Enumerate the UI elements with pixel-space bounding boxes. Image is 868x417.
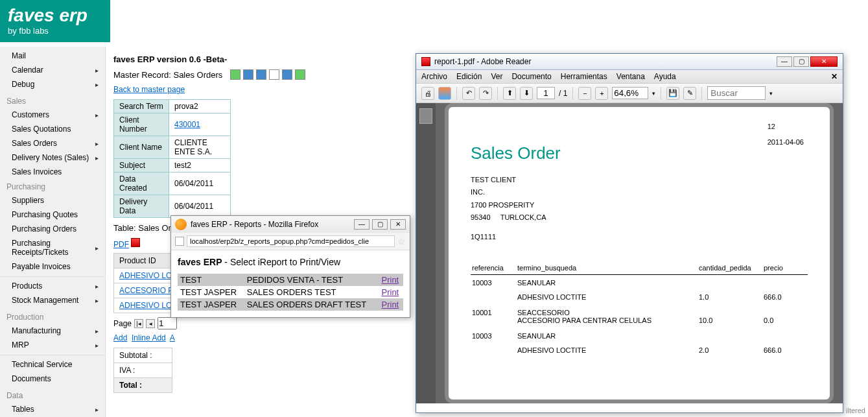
pager-first[interactable]: |◂ <box>134 319 143 328</box>
adobe-page-area[interactable]: 12 2011-04-06 Sales Order TEST CLIENT IN… <box>436 103 843 403</box>
pager-prev[interactable]: ◂ <box>146 319 155 328</box>
a-link[interactable]: A <box>170 333 175 342</box>
menu-manufacturing[interactable]: Manufacturing▸ <box>0 324 105 338</box>
menu-purchasing-orders[interactable]: Purchasing Orders <box>0 222 105 236</box>
pdf-icon <box>131 238 140 247</box>
menu-herramientas[interactable]: Herramientas <box>561 72 607 81</box>
doc-line-row: 10003 SEANULARADHESIVO LOCTITE 2.0 666.0 <box>471 328 808 358</box>
pdf-app-icon <box>421 57 430 66</box>
menu-mrp[interactable]: MRP▸ <box>0 338 105 352</box>
master-record-table: Search Termprova2 Client Number430001 Cl… <box>113 99 231 218</box>
doc-title: Sales Order <box>471 143 808 163</box>
page-icon <box>175 237 184 246</box>
adobe-titlebar[interactable]: report-1.pdf - Adobe Reader — ▢ ✕ <box>416 54 843 70</box>
bookmark-icon[interactable]: ☆ <box>397 236 406 246</box>
heading-purchasing: Purchasing <box>0 179 105 193</box>
menu-products[interactable]: Products▸ <box>0 279 105 293</box>
save-icon[interactable]: 💾 <box>666 87 679 100</box>
toolbar-icon[interactable] <box>230 69 240 80</box>
menu-suppliers[interactable]: Suppliers <box>0 193 105 208</box>
print-link[interactable]: Print <box>379 298 404 311</box>
addr-line: 95340 TURLOCK,CA <box>471 213 808 222</box>
prev-view-icon[interactable]: ↶ <box>462 87 475 100</box>
adobe-toolbar: 🖨 ↶ ↷ ⬆ ⬇ / 1 − + ▾ 💾 ✎ ▾ <box>416 84 843 103</box>
zoom-input[interactable] <box>612 87 648 99</box>
firefox-icon <box>175 219 187 230</box>
minimize-button[interactable]: — <box>354 219 369 230</box>
menu-debug[interactable]: Debug▸ <box>0 77 105 91</box>
menu-mail[interactable]: Mail <box>0 49 105 63</box>
toolbar-icon[interactable] <box>243 69 253 80</box>
add-link[interactable]: Add <box>113 333 127 342</box>
logo-box: faves erp by fbb labs <box>0 0 110 42</box>
brand: faves erp <box>8 5 102 26</box>
menu-purchasing-receipts[interactable]: Purchasing Receipts/Tickets▸ <box>0 236 105 259</box>
doc-date: 2011-04-06 <box>768 138 804 146</box>
page-down-icon[interactable]: ⬇ <box>520 87 533 100</box>
byline: by fbb labs <box>8 26 102 36</box>
zoom-in-icon[interactable]: + <box>595 87 608 100</box>
pager-input[interactable] <box>158 317 177 329</box>
chevron-right-icon: ▸ <box>95 81 99 88</box>
menu-documento[interactable]: Documento <box>511 72 551 81</box>
addr-line: 1700 PROSPERITY <box>471 200 808 210</box>
menu-payable-invoices[interactable]: Payable Invoices <box>0 259 105 274</box>
addr-line: TEST CLIENT <box>471 175 808 185</box>
inline-add-link[interactable]: Inline Add <box>132 333 166 342</box>
firefox-title: faves ERP - Reports - Mozilla Firefox <box>191 220 318 229</box>
menu-tables[interactable]: Tables▸ <box>0 402 105 416</box>
toolbar-icon[interactable] <box>256 69 266 80</box>
menu-sales-quotations[interactable]: Sales Quotations <box>0 122 105 136</box>
client-number-link[interactable]: 430001 <box>174 120 200 129</box>
menu-ventana[interactable]: Ventana <box>616 72 645 81</box>
minimize-button[interactable]: — <box>777 56 792 67</box>
firefox-titlebar[interactable]: faves ERP - Reports - Mozilla Firefox — … <box>171 216 410 233</box>
page-input[interactable] <box>537 87 555 99</box>
page-up-icon[interactable]: ⬆ <box>503 87 516 100</box>
menu-ayuda[interactable]: Ayuda <box>654 72 676 81</box>
menu-edicion[interactable]: Edición <box>456 72 482 81</box>
print-link[interactable]: Print <box>379 274 404 286</box>
toolbar-icon[interactable] <box>282 69 292 80</box>
firefox-urlbar: ☆ <box>171 233 410 250</box>
sign-icon[interactable]: ✎ <box>683 87 696 100</box>
toolbar-icon[interactable] <box>295 69 305 80</box>
adobe-sidebar <box>416 103 436 403</box>
menu-delivery-notes[interactable]: Delivery Notes (Sales)▸ <box>0 150 105 165</box>
menu-customers[interactable]: Customers▸ <box>0 108 105 122</box>
popup-heading: faves ERP - Select iReport to Print/View <box>178 257 403 267</box>
menu-sales-invoices[interactable]: Sales Invoices <box>0 165 105 179</box>
maximize-button[interactable]: ▢ <box>793 56 809 67</box>
doc-close-icon[interactable]: ✕ <box>831 72 838 81</box>
page-total: / 1 <box>559 89 567 98</box>
url-input[interactable] <box>187 235 395 247</box>
maximize-button[interactable]: ▢ <box>372 219 388 230</box>
firefox-window: faves ERP - Reports - Mozilla Firefox — … <box>170 215 410 318</box>
menu-sales-orders[interactable]: Sales Orders▸ <box>0 136 105 150</box>
print-link[interactable]: Print <box>379 286 404 298</box>
pdf-page: 12 2011-04-06 Sales Order TEST CLIENT IN… <box>445 103 834 403</box>
close-button[interactable]: ✕ <box>390 219 406 230</box>
menu-ver[interactable]: Ver <box>491 72 502 81</box>
menu-stock[interactable]: Stock Management▸ <box>0 293 105 307</box>
menu-technical-service[interactable]: Technical Service <box>0 357 105 372</box>
heading-production: Production <box>0 309 105 324</box>
report-table: TESTPEDIDOS VENTA - TESTPrint TEST JASPE… <box>178 274 403 311</box>
chevron-right-icon: ▸ <box>95 67 99 74</box>
close-button[interactable]: ✕ <box>810 56 838 67</box>
sidebar: Mail Calendar▸ Debug▸ Sales Customers▸ S… <box>0 47 106 417</box>
menu-purchasing-quotes[interactable]: Purchasing Quotes <box>0 208 105 222</box>
next-view-icon[interactable]: ↷ <box>479 87 492 100</box>
zoom-out-icon[interactable]: − <box>578 87 591 100</box>
pdf-link[interactable]: PDF <box>113 240 129 249</box>
search-input[interactable] <box>707 86 766 100</box>
pages-panel-icon[interactable] <box>419 108 432 124</box>
adobe-menubar: Archivo Edición Ver Documento Herramient… <box>416 70 843 84</box>
menu-archivo[interactable]: Archivo <box>421 72 447 81</box>
back-link[interactable]: Back to master page <box>113 85 185 94</box>
menu-documents[interactable]: Documents <box>0 372 105 386</box>
collab-icon[interactable] <box>438 87 451 100</box>
toolbar-icon[interactable] <box>269 69 279 80</box>
print-icon[interactable]: 🖨 <box>421 87 434 100</box>
menu-calendar[interactable]: Calendar▸ <box>0 63 105 77</box>
